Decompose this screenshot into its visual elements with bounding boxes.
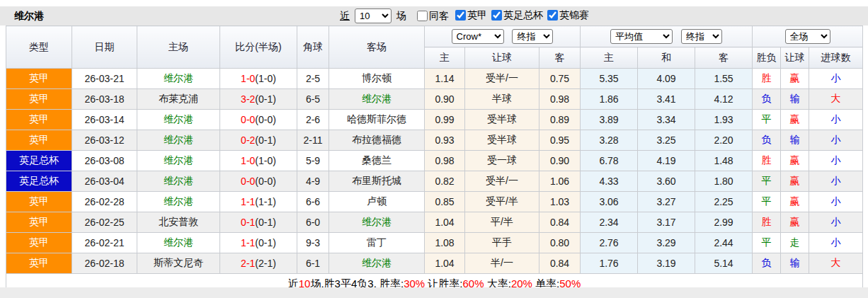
avg-home: 1.76 [581, 253, 638, 274]
odds-home: 1.14 [425, 69, 465, 89]
recent-link[interactable]: 近 [340, 10, 350, 23]
handicap-line: 平/半 [465, 212, 539, 233]
goals-result-cell: 小 [809, 233, 863, 253]
avg-away: 2.44 [695, 233, 753, 253]
odds-home: 1.04 [425, 253, 465, 274]
odds-home: 0.93 [425, 130, 465, 151]
average-stage-select[interactable]: 终指 [681, 29, 722, 44]
odds-away: 0.98 [539, 89, 581, 110]
handicap-result-cell: 赢 [781, 151, 809, 171]
match-date: 26-03-14 [72, 110, 137, 130]
odds-home: 1.08 [425, 233, 465, 253]
avg-draw: 3.27 [638, 192, 695, 212]
match-date: 26-03-08 [72, 151, 137, 171]
table-row: 英甲 26-03-14 维尔港 0-0(0-0) 2-6 哈德斯菲尔德 0.99… [6, 110, 863, 130]
handicap-result-cell: 赢 [781, 171, 809, 192]
avg-home: 3.06 [581, 192, 638, 212]
table-row: 英甲 26-03-21 维尔港 1-0(1-0) 2-5 博尔顿 1.14 受半… [6, 69, 863, 89]
league-filter-checkbox[interactable]: 英甲 [455, 9, 487, 22]
col-header-corner: 角球 [297, 26, 329, 69]
odds-stage-select[interactable]: 终指 [512, 29, 553, 44]
corner-count: 5-9 [297, 151, 329, 171]
same-away-input[interactable] [417, 11, 428, 21]
match-date: 26-02-18 [72, 253, 137, 274]
home-team: 维尔港 [137, 110, 220, 130]
average-select[interactable]: 平均值 [610, 29, 673, 44]
odds-away: 0.95 [539, 130, 581, 151]
avg-home: 2.76 [581, 233, 638, 253]
handicap-result-cell: 赢 [781, 192, 809, 212]
odds-away: 0.90 [539, 151, 581, 171]
away-team: 维尔港 [329, 89, 425, 110]
score-cell: 1-0(1-0) [220, 151, 297, 171]
avg-draw: 3.60 [638, 171, 695, 192]
handicap-line: 半球 [465, 89, 539, 110]
goals-result-cell: 小 [809, 151, 863, 171]
avg-away: 1.93 [695, 110, 753, 130]
score-cell: 0-0(0-0) [220, 110, 297, 130]
league-filter-input[interactable] [455, 10, 466, 21]
goals-result-cell: 小 [809, 192, 863, 212]
avg-home: 1.86 [581, 89, 638, 110]
table-row: 英足总杯 26-03-08 维尔港 1-0(1-0) 5-9 桑德兰 0.98 … [6, 151, 863, 171]
goals-result-cell: 大 [809, 253, 863, 274]
away-team: 布拉德福德 [329, 130, 425, 151]
avg-draw: 3.25 [638, 130, 695, 151]
handicap-line: 半/一 [465, 253, 539, 274]
col-header-avg-home: 主 [581, 47, 638, 69]
match-date: 26-03-04 [72, 171, 137, 192]
scope-select-group: 全场 [753, 26, 863, 47]
odds-away: 1.03 [539, 192, 581, 212]
table-row: 英甲 26-02-25 北安普敦 0-1(0-1) 6-0 维尔港 1.04 平… [6, 212, 863, 233]
score-cell: 1-0(1-0) [220, 69, 297, 89]
match-date: 26-03-21 [72, 69, 137, 89]
average-select-group: 平均值 终指 [581, 26, 753, 47]
match-date: 26-03-18 [72, 89, 137, 110]
avg-home: 6.78 [581, 151, 638, 171]
recent-count-select[interactable]: 10 [355, 8, 392, 23]
away-team: 布里斯托城 [329, 171, 425, 192]
page-title: 维尔港 [14, 6, 44, 25]
odds-home: 0.82 [425, 171, 465, 192]
handicap-line: 受半/一 [465, 171, 539, 192]
match-date: 26-03-12 [72, 130, 137, 151]
scope-select[interactable]: 全场 [785, 29, 830, 44]
odds-away: 0.89 [539, 110, 581, 130]
handicap-line: 平手 [465, 233, 539, 253]
league-badge: 英甲 [6, 69, 72, 89]
goals-result-cell: 小 [809, 110, 863, 130]
score-cell: 0-0(0-0) [220, 171, 297, 192]
away-team: 维尔港 [329, 212, 425, 233]
away-team: 哈德斯菲尔德 [329, 110, 425, 130]
col-header-avg-draw: 和 [638, 47, 695, 69]
home-team: 维尔港 [137, 69, 220, 89]
odds-away: 0.80 [539, 233, 581, 253]
score-cell: 0-1(0-1) [220, 212, 297, 233]
result-cell: 胜 [753, 69, 781, 89]
corner-count: 2-6 [297, 110, 329, 130]
league-filter-label: 英足总杯 [503, 9, 543, 22]
result-cell: 平 [753, 192, 781, 212]
score-cell: 1-1(1-1) [220, 192, 297, 212]
league-filter-input[interactable] [547, 10, 558, 21]
handicap-result-cell: 赢 [781, 69, 809, 89]
league-filter-checkbox[interactable]: 英足总杯 [491, 9, 543, 22]
league-filter-input[interactable] [491, 10, 502, 21]
goals-result-cell: 大 [809, 89, 863, 110]
odds-home: 0.85 [425, 192, 465, 212]
score-cell: 2-1(2-1) [220, 253, 297, 274]
avg-home: 5.35 [581, 69, 638, 89]
match-date: 26-02-28 [72, 192, 137, 212]
odds-home: 0.99 [425, 110, 465, 130]
same-away-checkbox[interactable]: 同客 [417, 10, 449, 23]
col-header-away: 客场 [329, 26, 425, 69]
result-cell: 平 [753, 171, 781, 192]
odds-away: 0.75 [539, 69, 581, 89]
col-header-odds-away: 客 [539, 47, 581, 69]
home-team: 斯蒂文尼奇 [137, 253, 220, 274]
away-team: 维尔港 [329, 253, 425, 274]
avg-away: 2.99 [695, 212, 753, 233]
odds-company-select[interactable]: Crow* [452, 29, 504, 44]
league-filter-checkbox[interactable]: 英锦赛 [547, 9, 589, 22]
avg-home: 4.33 [581, 171, 638, 192]
